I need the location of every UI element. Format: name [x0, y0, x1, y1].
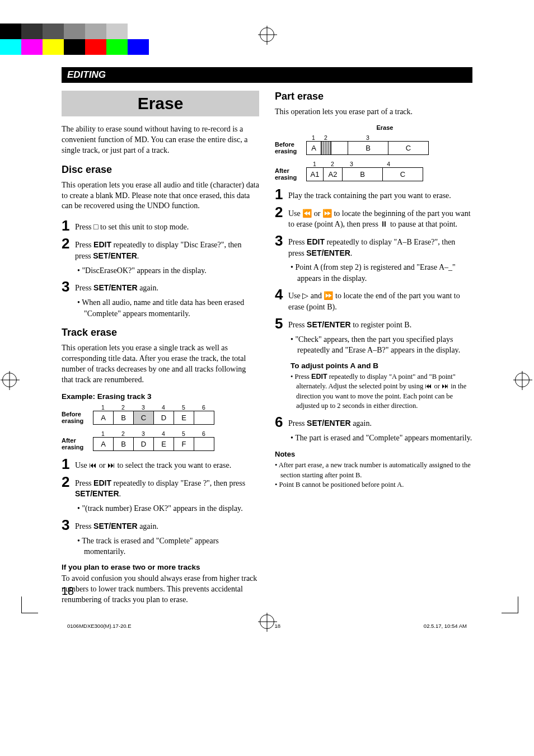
disc-erase-step-2: 2 Press EDIT repeatedly to display "Disc…	[62, 236, 259, 261]
track-erase-intro: This operation lets you erase a single t…	[62, 343, 259, 386]
step-text: Use ▷ and ⏩ to locate the end of the par…	[288, 287, 472, 312]
step-number: 6	[275, 415, 288, 429]
step-number: 5	[275, 316, 288, 331]
step-number: 3	[275, 233, 288, 248]
right-column: Part erase This operation lets you erase…	[275, 91, 472, 612]
step-number: 3	[62, 518, 75, 532]
track-erase-step-1: 1 Use ⏮ or ⏭ to select the track you wan…	[62, 457, 259, 471]
step-text: Press SET/ENTER again.	[75, 518, 158, 532]
step-text: Use ⏪ or ⏩ to locate the beginning of th…	[288, 205, 472, 230]
adjust-body: Press EDIT repeatedly to display "A poin…	[291, 372, 472, 411]
step-number: 4	[275, 287, 288, 302]
footer-left: 0106MDXE300(M).17-20.E	[67, 623, 132, 629]
side-registration-right	[515, 373, 532, 389]
two-or-more-body: To avoid confusion you should always era…	[62, 574, 259, 605]
step-text: Press SET/ENTER again.	[75, 279, 158, 294]
part-erase-step-3-bullet: Point A (from step 2) is registered and …	[291, 262, 472, 284]
two-or-more-heading: If you plan to erase two or more tracks	[62, 563, 259, 571]
part-erase-after-diagram: 1 2 3 4 After erasing A1 A2 B C	[275, 161, 472, 181]
page-title: Erase	[62, 94, 259, 113]
side-registration-left	[2, 373, 19, 389]
part-erase-step-4: 4 Use ▷ and ⏩ to locate the end of the p…	[275, 287, 472, 312]
track-erase-step-3-bullet: The track is erased and "Complete" appea…	[77, 536, 259, 557]
page-number: 18	[62, 585, 74, 598]
step-text: Use ⏮ or ⏭ to select the track you want …	[75, 457, 231, 471]
step-text: Play the track containing the part you w…	[288, 187, 451, 201]
crop-mark-bottom-right	[502, 597, 518, 613]
disc-erase-intro: This operation lets you erase all audio …	[62, 180, 259, 212]
part-erase-step-6: 6 Press SET/ENTER again.	[275, 415, 472, 429]
step-number: 2	[62, 475, 75, 489]
intro-paragraph: The ability to erase sound without havin…	[62, 124, 259, 156]
step-text: Press EDIT repeatedly to display "Erase …	[75, 475, 259, 500]
disc-erase-step-3-bullet: When all audio, name and title data has …	[77, 297, 259, 319]
erase-label: Erase	[297, 124, 472, 131]
part-erase-step-5: 5 Press SET/ENTER to register point B.	[275, 316, 472, 331]
after-label: After erasing	[275, 167, 306, 181]
step-number: 2	[275, 205, 288, 219]
track-erase-after-diagram: 123456 After erasing A B D E F	[62, 430, 259, 451]
part-erase-step-1: 1 Play the track containing the part you…	[275, 187, 472, 201]
step-number: 2	[62, 236, 75, 251]
track-erase-step-3: 3 Press SET/ENTER again.	[62, 518, 259, 532]
adjust-heading: To adjust points A and B	[291, 361, 472, 370]
step-number: 1	[275, 187, 288, 201]
part-erase-step-5-bullet: "Check" appears, then the part you speci…	[291, 334, 472, 356]
disc-erase-step-1: 1 Press □ to set this unit to stop mode.	[62, 218, 259, 233]
part-erase-before-diagram: 1 2 3 Before erasing A B C	[275, 134, 472, 155]
disc-erase-step-3: 3 Press SET/ENTER again.	[62, 279, 259, 294]
track-erase-step-2: 2 Press EDIT repeatedly to display "Eras…	[62, 475, 259, 500]
track-erase-before-diagram: 123456 Before erasing A B C D E	[62, 404, 259, 425]
page-body: EDITING Erase The ability to erase sound…	[0, 0, 534, 646]
crop-mark-bottom-left	[21, 597, 38, 613]
before-label: Before erasing	[62, 411, 93, 424]
left-column: Erase The ability to erase sound without…	[62, 91, 259, 612]
part-erase-step-2: 2 Use ⏪ or ⏩ to locate the beginning of …	[275, 205, 472, 230]
footer: 0106MDXE300(M).17-20.E 18 02.5.17, 10:54…	[0, 623, 534, 629]
track-erase-heading: Track erase	[62, 327, 259, 339]
title-band: Erase	[62, 91, 259, 116]
part-erase-step-3: 3 Press EDIT repeatedly to display "A–B …	[275, 233, 472, 259]
step-number: 1	[62, 218, 75, 233]
step-number: 3	[62, 279, 75, 294]
before-label: Before erasing	[275, 141, 306, 154]
step-text: Press SET/ENTER to register point B.	[288, 316, 411, 331]
part-erase-intro: This operation lets you erase part of a …	[275, 107, 472, 118]
part-erase-heading: Part erase	[275, 91, 472, 102]
step-text: Press EDIT repeatedly to display "Disc E…	[75, 236, 259, 261]
disc-erase-heading: Disc erase	[62, 164, 259, 176]
part-erase-step-6-bullet: The part is erased and "Complete" appear…	[291, 433, 472, 444]
footer-center: 18	[274, 623, 280, 629]
step-text: Press □ to set this unit to stop mode.	[75, 218, 189, 233]
step-text: Press EDIT repeatedly to display "A–B Er…	[288, 233, 472, 259]
after-label: After erasing	[62, 437, 93, 450]
notes-heading: Notes	[275, 450, 472, 458]
disc-erase-step-2-bullet: "DiscEraseOK?" appears in the display.	[77, 265, 259, 276]
track-erase-step-2-bullet: "(track number) Erase OK?" appears in th…	[77, 503, 259, 514]
step-number: 1	[62, 457, 75, 471]
section-header: EDITING	[62, 67, 472, 83]
notes-list: After part erase, a new track number is …	[275, 461, 472, 490]
step-text: Press SET/ENTER again.	[288, 415, 372, 429]
track-erase-example-heading: Example: Erasing track 3	[62, 392, 259, 401]
footer-right: 02.5.17, 10:54 AM	[424, 623, 467, 629]
